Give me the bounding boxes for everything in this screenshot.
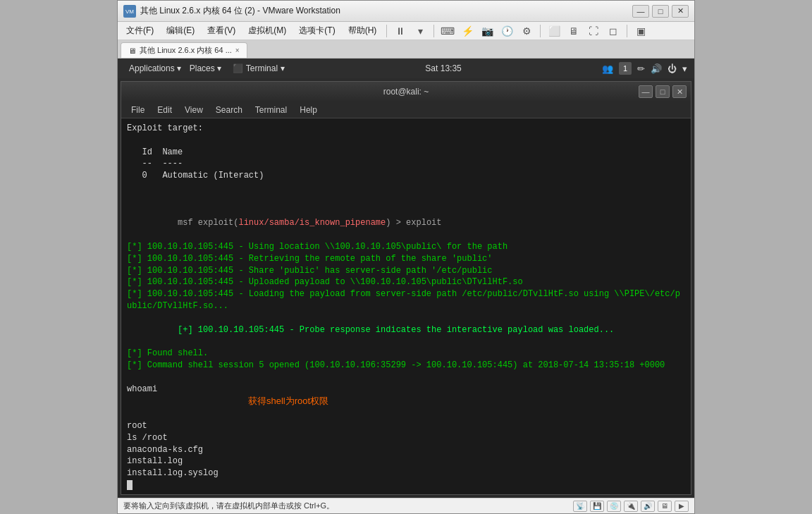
- gnome-topbar: Applications ▾ Places ▾ ⬛ Terminal ▾ Sat…: [118, 59, 694, 78]
- send-ctrl-alt-del-button[interactable]: ⌨: [438, 23, 457, 39]
- term-line-file2: install.log: [127, 455, 685, 467]
- terminal-menu-help[interactable]: Help: [294, 104, 323, 116]
- term-line-file1: anaconda-ks.cfg: [127, 444, 685, 456]
- clock-icon[interactable]: 🕐: [498, 23, 516, 39]
- volume-icon[interactable]: 🔊: [651, 63, 662, 74]
- term-line-msf-prompt: msf exploit(linux/samba/is_known_pipenam…: [127, 206, 685, 241]
- terminal-content[interactable]: Exploit target: Id Name -- ---- 0 Automa…: [121, 118, 691, 494]
- msf-module-name: linux/samba/is_known_pipename: [238, 218, 386, 228]
- terminal-maximize-button[interactable]: □: [656, 85, 670, 98]
- power-button[interactable]: ⚡: [458, 23, 476, 39]
- term-line-blank2: [127, 182, 685, 194]
- term-line-blank3: [127, 194, 685, 206]
- msf-prompt-suffix: ) > exploit: [386, 218, 441, 228]
- applications-arrow: ▾: [177, 63, 181, 73]
- terminal-window: root@kali: ~ — □ ✕ File Edit View Search…: [121, 81, 691, 495]
- vm-tab-close-button[interactable]: ×: [235, 47, 240, 54]
- vmware-window: VM 其他 Linux 2.6.x 内核 64 位 (2) - VMware W…: [117, 0, 695, 514]
- settings-button[interactable]: ⚙: [517, 23, 536, 39]
- status-icon-arrow[interactable]: ▶: [675, 501, 689, 512]
- menu-tabs[interactable]: 选项卡(T): [293, 23, 340, 38]
- close-button[interactable]: ✕: [672, 5, 689, 18]
- fullscreen-button[interactable]: ⛶: [584, 23, 603, 39]
- maximize-button[interactable]: □: [652, 5, 669, 18]
- window-controls: — □ ✕: [632, 5, 689, 18]
- term-line-found-shell: [*] Found shell.: [127, 348, 685, 360]
- terminal-menu: File Edit View Search Terminal Help: [121, 102, 691, 118]
- status-icon-cd[interactable]: 💿: [607, 501, 621, 512]
- term-line-star5: [*] 100.10.10.105:445 - Loading the payl…: [127, 288, 685, 312]
- fit-button[interactable]: ⬜: [545, 23, 563, 39]
- terminal-window-buttons: — □ ✕: [639, 85, 687, 98]
- term-line-whoami-cmd: whoami 获得shell为root权限: [127, 384, 685, 420]
- minimize-button[interactable]: —: [632, 5, 649, 18]
- menu-edit[interactable]: 编辑(E): [161, 23, 200, 38]
- terminal-menu-search[interactable]: Search: [210, 104, 248, 116]
- status-icon-display[interactable]: 🖥: [658, 501, 672, 512]
- pause-button[interactable]: ⏸: [391, 23, 410, 39]
- unity-button[interactable]: ◻: [604, 23, 622, 39]
- terminal-menu-view[interactable]: View: [179, 104, 209, 116]
- menu-help[interactable]: 帮助(H): [343, 23, 383, 38]
- term-line-1: Exploit target:: [127, 123, 685, 135]
- vmware-titlebar: VM 其他 Linux 2.6.x 内核 64 位 (2) - VMware W…: [118, 1, 694, 22]
- snapshot-button[interactable]: 📷: [478, 23, 496, 39]
- terminal-menu-edit[interactable]: Edit: [152, 104, 178, 116]
- toolbar-separator-4: [627, 25, 627, 37]
- vmware-title: 其他 Linux 2.6.x 内核 64 位 (2) - VMware Work…: [140, 5, 632, 17]
- term-line-star2: [*] 100.10.10.105:445 - Retrieving the r…: [127, 253, 685, 265]
- vm-tab-icon: 🖥: [128, 47, 136, 55]
- window-mode-button[interactable]: ▣: [632, 23, 650, 39]
- term-line-cursor: [127, 479, 685, 491]
- term-line-file3: install.log.syslog: [127, 467, 685, 479]
- monitor-button[interactable]: 🖥: [565, 23, 583, 39]
- status-icon-audio[interactable]: 🔊: [641, 501, 655, 512]
- terminal-menu-terminal[interactable]: Terminal: [250, 104, 293, 116]
- terminal-shortcut-label: Terminal: [246, 63, 278, 73]
- toolbar-separator-2: [433, 25, 434, 37]
- vmware-statusbar: 要将输入定向到该虚拟机，请在虚拟机内部单击或按 Ctrl+G。 📡 💾 💿 🔌 …: [118, 498, 694, 513]
- term-line-blank4: [127, 372, 685, 384]
- pen-icon[interactable]: ✏: [637, 63, 645, 74]
- applications-button[interactable]: Applications ▾: [125, 62, 185, 75]
- menu-view[interactable]: 查看(V): [202, 23, 241, 38]
- term-line-id-sep: -- ----: [127, 158, 685, 170]
- menu-file[interactable]: 文件(F): [121, 23, 159, 38]
- places-button[interactable]: Places ▾: [185, 62, 226, 75]
- svg-text:VM: VM: [125, 8, 134, 15]
- dropdown-arrow[interactable]: ▾: [411, 23, 429, 39]
- annotation-root: 获得shell为root权限: [248, 396, 328, 406]
- term-line-star4: [*] 100.10.10.105:445 - Uploaded payload…: [127, 276, 685, 288]
- gnome-system-tray: 👥 1 ✏ 🔊 ⏻ ▾: [602, 62, 687, 75]
- vm-tabbar: 🖥 其他 Linux 2.6.x 内核 64 ... ×: [118, 40, 694, 59]
- terminal-menu-file[interactable]: File: [125, 104, 150, 116]
- vm-tab[interactable]: 🖥 其他 Linux 2.6.x 内核 64 ... ×: [121, 42, 247, 58]
- terminal-shortcut[interactable]: ⬛ Terminal ▾: [233, 63, 285, 73]
- terminal-title: root@kali: ~: [383, 87, 429, 97]
- places-arrow: ▾: [217, 63, 221, 73]
- people-icon[interactable]: 👥: [602, 63, 613, 74]
- terminal-close-button[interactable]: ✕: [672, 85, 687, 98]
- applications-label: Applications: [129, 63, 175, 73]
- status-icon-usb[interactable]: 🔌: [624, 501, 638, 512]
- guest-os[interactable]: Applications ▾ Places ▾ ⬛ Terminal ▾ Sat…: [118, 59, 694, 498]
- term-line-blank1: [127, 135, 685, 147]
- vm-tab-label: 其他 Linux 2.6.x 内核 64 ...: [140, 45, 232, 56]
- vmware-menubar: 文件(F) 编辑(E) 查看(V) 虚拟机(M) 选项卡(T) 帮助(H) ⏸ …: [118, 22, 694, 40]
- terminal-minimize-button[interactable]: —: [639, 85, 653, 98]
- term-line-plus1: [+] 100.10.10.105:445 - Probe response i…: [127, 312, 685, 348]
- term-line-whoami-result: root: [127, 420, 685, 432]
- workspace-number[interactable]: 1: [619, 62, 632, 75]
- term-line-id-header: Id Name: [127, 147, 685, 159]
- menu-vm[interactable]: 虚拟机(M): [242, 23, 292, 38]
- power-arrow[interactable]: ▾: [682, 63, 687, 74]
- power-menu-icon[interactable]: ⏻: [668, 63, 677, 74]
- term-line-star1: [*] 100.10.10.105:445 - Using location \…: [127, 241, 685, 253]
- places-label: Places: [190, 63, 215, 73]
- status-icon-storage[interactable]: 💾: [590, 501, 604, 512]
- status-icon-network[interactable]: 📡: [573, 501, 587, 512]
- terminal-titlebar: root@kali: ~ — □ ✕: [121, 82, 691, 102]
- cursor: [127, 480, 133, 490]
- term-line-session-opened: [*] Command shell session 5 opened (100.…: [127, 360, 685, 372]
- gnome-clock: Sat 13:35: [285, 63, 602, 73]
